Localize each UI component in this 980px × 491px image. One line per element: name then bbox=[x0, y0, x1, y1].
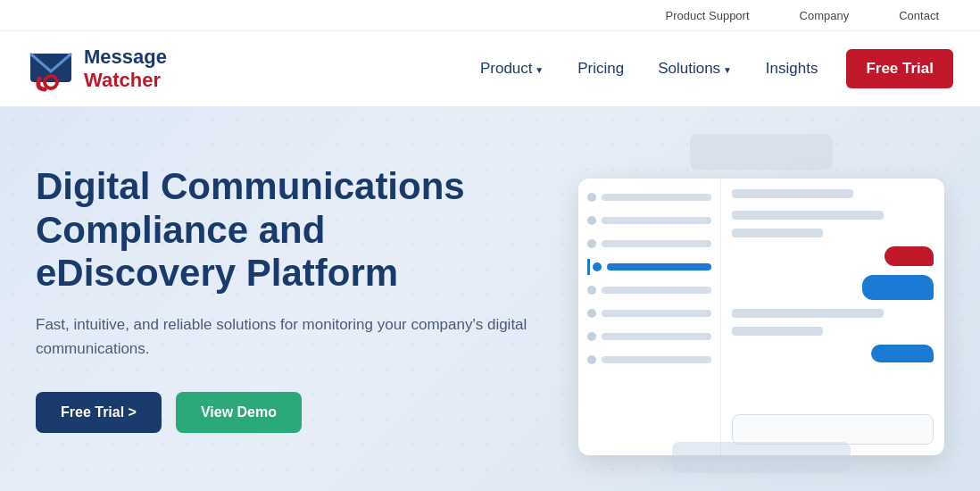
mock-dot bbox=[587, 309, 596, 318]
mock-line bbox=[602, 333, 711, 340]
nav-free-trial-button[interactable]: Free Trial bbox=[846, 49, 953, 88]
mockup-top-card bbox=[690, 134, 833, 170]
mockup-container bbox=[569, 134, 953, 473]
mockup-list-row bbox=[587, 212, 711, 229]
mockup-list-row bbox=[587, 352, 711, 368]
hero-buttons: Free Trial > View Demo bbox=[36, 392, 536, 433]
mock-chat-line bbox=[732, 211, 884, 220]
hero-free-trial-button[interactable]: Free Trial > bbox=[36, 392, 162, 433]
mockup-bottom-card bbox=[672, 442, 851, 473]
mock-line bbox=[602, 240, 711, 247]
mock-chat-line bbox=[732, 327, 823, 336]
mock-line bbox=[602, 310, 711, 317]
hero-visual bbox=[569, 134, 953, 473]
nav-pricing[interactable]: Pricing bbox=[563, 53, 638, 85]
nav-links: Product Pricing Solutions Insights Free … bbox=[466, 49, 953, 88]
utility-nav-company[interactable]: Company bbox=[785, 2, 864, 29]
mock-line bbox=[602, 194, 711, 201]
mockup-list-row bbox=[587, 329, 711, 345]
mockup-list-row bbox=[587, 282, 711, 298]
mockup-list-row bbox=[587, 236, 711, 252]
mockup-list-row bbox=[587, 189, 711, 205]
mockup-list-row bbox=[587, 305, 711, 321]
mockup-list-row-active bbox=[587, 259, 711, 275]
nav-product[interactable]: Product bbox=[466, 53, 558, 85]
mock-line-active bbox=[607, 263, 711, 270]
logo-icon bbox=[27, 45, 75, 93]
mock-input-box bbox=[732, 414, 934, 445]
logo-text: Message Watcher bbox=[84, 46, 167, 93]
mock-dot bbox=[587, 216, 596, 225]
utility-bar: Product Support Company Contact bbox=[0, 0, 980, 31]
hero-subtitle: Fast, intuitive, and reliable solutions … bbox=[36, 312, 536, 361]
mock-chat-bubble-blue bbox=[862, 275, 934, 300]
mockup-main-panel bbox=[578, 179, 944, 455]
mock-dot bbox=[587, 286, 596, 295]
mock-chat-line bbox=[732, 229, 823, 237]
mock-dot bbox=[587, 332, 596, 341]
mock-dot bbox=[587, 239, 596, 248]
mock-chat-bubble-small bbox=[871, 345, 934, 362]
mock-dot bbox=[587, 355, 596, 364]
nav-insights[interactable]: Insights bbox=[752, 53, 833, 85]
mock-chat-line bbox=[732, 309, 884, 318]
hero-view-demo-button[interactable]: View Demo bbox=[176, 392, 302, 433]
utility-nav-contact[interactable]: Contact bbox=[884, 2, 953, 29]
mockup-chat-panel bbox=[721, 179, 944, 455]
logo[interactable]: Message Watcher bbox=[27, 45, 167, 93]
hero-title: Digital Communications Compliance and eD… bbox=[36, 165, 536, 295]
mock-chat-topbar bbox=[732, 189, 853, 198]
mock-line bbox=[602, 287, 711, 294]
mock-line bbox=[602, 356, 711, 363]
mock-line bbox=[602, 217, 711, 224]
mockup-list-panel bbox=[578, 179, 721, 455]
hero-content: Digital Communications Compliance and eD… bbox=[36, 165, 536, 432]
mock-dot bbox=[587, 193, 596, 202]
nav-solutions[interactable]: Solutions bbox=[644, 53, 746, 85]
main-nav: Message Watcher Product Pricing Solution… bbox=[0, 31, 980, 107]
mock-dot-active bbox=[593, 262, 602, 271]
mock-chat-bubble-red bbox=[884, 246, 934, 266]
utility-nav-product-support[interactable]: Product Support bbox=[652, 2, 764, 29]
hero-section: Digital Communications Compliance and eD… bbox=[0, 107, 980, 491]
